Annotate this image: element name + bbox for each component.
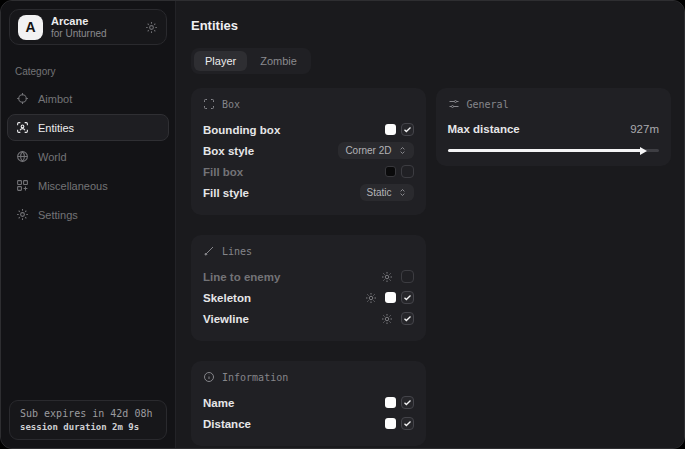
app-window: A Arcane for Unturned Category Aimbot (0, 0, 685, 449)
tab-player[interactable]: Player (194, 51, 247, 71)
setting-row-box-style: Box style Corner 2D (203, 140, 414, 161)
sub-expiry-text: Sub expires in 42d 08h (20, 408, 156, 419)
checkbox-unchecked[interactable] (401, 165, 414, 178)
color-swatch[interactable] (385, 397, 396, 408)
sliders-icon (448, 98, 460, 110)
sidebar-item-aimbot[interactable]: Aimbot (7, 85, 169, 112)
chevrons-up-down-icon (398, 146, 407, 155)
globe-icon (16, 150, 29, 163)
card-title: Information (222, 372, 288, 383)
main-panel: Entities Player Zombie Box Bounding box (176, 1, 684, 448)
session-duration-text: session duration 2m 9s (20, 422, 156, 432)
grid-icon (16, 179, 29, 192)
slider-thumb[interactable] (640, 147, 647, 155)
setting-row-bounding-box: Bounding box (203, 119, 414, 140)
app-name: Arcane (51, 15, 137, 28)
checkbox-checked[interactable] (401, 123, 414, 136)
lines-card: Lines Line to enemy Skeleton (191, 235, 426, 341)
checkbox-unchecked[interactable] (401, 270, 414, 283)
app-logo: A (18, 15, 43, 40)
max-distance-slider[interactable] (448, 147, 659, 154)
setting-row-name: Name (203, 392, 414, 413)
sidebar-item-settings[interactable]: Settings (7, 201, 169, 228)
setting-row-distance: Distance (203, 413, 414, 434)
checkbox-checked[interactable] (401, 312, 414, 325)
page-title: Entities (191, 18, 671, 33)
setting-row-max-distance: Max distance 927m (448, 119, 659, 139)
setting-row-skeleton: Skeleton (203, 287, 414, 308)
max-distance-value: 927m (630, 123, 659, 135)
box-card: Box Bounding box Box style (191, 88, 426, 215)
box-style-dropdown[interactable]: Corner 2D (338, 142, 413, 159)
gear-icon[interactable] (381, 313, 393, 325)
pencil-line-icon (203, 245, 215, 257)
chevrons-up-down-icon (398, 188, 407, 197)
gear-icon[interactable] (145, 21, 158, 34)
sidebar-item-label: Miscellaneous (38, 180, 108, 192)
tab-zombie[interactable]: Zombie (249, 51, 308, 71)
color-swatch[interactable] (385, 166, 396, 177)
sidebar-item-entities[interactable]: Entities (7, 114, 169, 141)
box-select-icon (203, 98, 215, 110)
crosshair-icon (16, 92, 29, 105)
general-card: General Max distance 927m (436, 88, 671, 166)
setting-row-line-to-enemy: Line to enemy (203, 266, 414, 287)
sidebar-item-label: World (38, 151, 67, 163)
sidebar-item-label: Aimbot (38, 93, 72, 105)
gear-icon (16, 208, 29, 221)
slider-fill (448, 149, 643, 152)
setting-row-viewline: Viewline (203, 308, 414, 329)
subscription-status: Sub expires in 42d 08h session duration … (9, 400, 167, 440)
sidebar-item-label: Settings (38, 209, 78, 221)
checkbox-checked[interactable] (401, 417, 414, 430)
category-label: Category (15, 66, 161, 77)
sidebar-item-world[interactable]: World (7, 143, 169, 170)
setting-row-fill-style: Fill style Static (203, 182, 414, 203)
app-subtitle: for Unturned (51, 28, 137, 40)
gear-icon[interactable] (381, 271, 393, 283)
scan-icon (16, 121, 29, 134)
card-title: Lines (222, 246, 252, 257)
sidebar-item-miscellaneous[interactable]: Miscellaneous (7, 172, 169, 199)
card-title: Box (222, 99, 240, 110)
fill-style-dropdown[interactable]: Static (360, 184, 414, 201)
info-icon (203, 371, 215, 383)
sidebar-item-label: Entities (38, 122, 74, 134)
checkbox-checked[interactable] (401, 396, 414, 409)
information-card: Information Name Distance (191, 361, 426, 446)
color-swatch[interactable] (385, 124, 396, 135)
setting-row-fill-box: Fill box (203, 161, 414, 182)
color-swatch[interactable] (385, 418, 396, 429)
checkbox-checked[interactable] (401, 291, 414, 304)
color-swatch[interactable] (385, 292, 396, 303)
sidebar-nav: Aimbot Entities World Miscellaneous (1, 85, 175, 228)
card-title: General (467, 99, 509, 110)
sidebar: A Arcane for Unturned Category Aimbot (1, 1, 176, 448)
brand-card[interactable]: A Arcane for Unturned (9, 9, 167, 45)
tab-group: Player Zombie (191, 48, 311, 74)
gear-icon[interactable] (365, 292, 377, 304)
